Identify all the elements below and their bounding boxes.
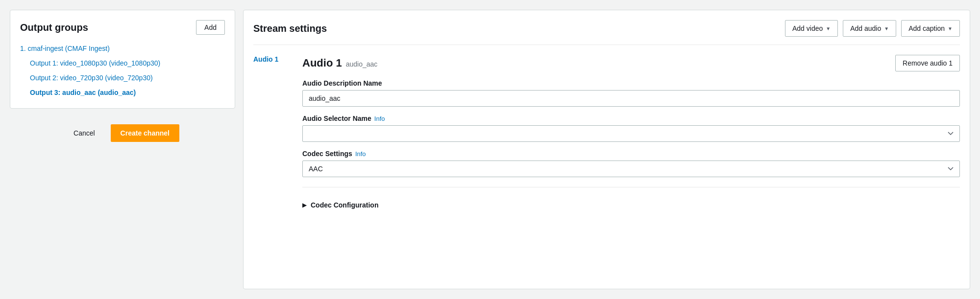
add-video-button[interactable]: Add video ▼ — [785, 20, 838, 37]
add-audio-label: Add audio — [850, 24, 881, 32]
remove-audio-button[interactable]: Remove audio 1 — [895, 55, 960, 71]
nav-item-output-3[interactable]: Output 3: audio_aac (audio_aac) — [20, 87, 225, 98]
page-container: Output groups Add 1. cmaf-ingest (CMAF I… — [0, 0, 980, 299]
output-groups-title: Output groups — [20, 22, 88, 33]
audio-content-header: Audio 1 audio_aac Remove audio 1 — [302, 55, 960, 71]
right-panel: Stream settings Add video ▼ Add audio ▼ … — [243, 10, 970, 289]
codec-configuration-toggle[interactable]: ▶ Codec Configuration — [302, 197, 960, 213]
add-caption-dropdown-icon: ▼ — [948, 26, 953, 31]
audio-selector-name-select[interactable] — [302, 125, 960, 142]
codec-config-label: Codec Configuration — [311, 201, 378, 209]
actions-row: Cancel Create channel — [10, 116, 235, 150]
codec-config-divider — [302, 187, 960, 187]
audio-title: Audio 1 audio_aac — [302, 57, 377, 69]
header-buttons: Add video ▼ Add audio ▼ Add caption ▼ — [785, 20, 960, 37]
codec-config-collapse-icon: ▶ — [302, 202, 307, 208]
add-caption-label: Add caption — [908, 24, 945, 32]
audio-sidebar-label[interactable]: Audio 1 — [253, 55, 278, 63]
audio-selector-info-link[interactable]: Info — [374, 115, 385, 122]
codec-settings-label: Codec Settings Info — [302, 150, 960, 158]
stream-settings-title: Stream settings — [253, 23, 327, 34]
audio-description-name-field: Audio Description Name — [302, 79, 960, 107]
output-groups-header: Output groups Add — [20, 20, 225, 35]
add-audio-dropdown-icon: ▼ — [884, 26, 889, 31]
output-groups-card: Output groups Add 1. cmaf-ingest (CMAF I… — [10, 10, 235, 109]
nav-item-output-2[interactable]: Output 2: video_720p30 (video_720p30) — [20, 72, 225, 84]
create-channel-button[interactable]: Create channel — [111, 124, 179, 142]
audio-description-name-label: Audio Description Name — [302, 79, 960, 87]
add-audio-button[interactable]: Add audio ▼ — [843, 20, 896, 37]
audio-title-main: Audio 1 — [302, 57, 342, 69]
left-panel: Output groups Add 1. cmaf-ingest (CMAF I… — [10, 10, 235, 289]
cancel-button[interactable]: Cancel — [66, 125, 103, 141]
add-caption-button[interactable]: Add caption ▼ — [901, 20, 960, 37]
audio-section: Audio 1 Audio 1 audio_aac Remove audio 1… — [253, 55, 960, 213]
codec-settings-info-link[interactable]: Info — [355, 150, 366, 158]
add-output-group-button[interactable]: Add — [196, 20, 225, 35]
nav-item-output-1[interactable]: Output 1: video_1080p30 (video_1080p30) — [20, 57, 225, 69]
audio-sidebar: Audio 1 — [253, 55, 293, 213]
output-groups-nav-list: 1. cmaf-ingest (CMAF Ingest) Output 1: v… — [20, 43, 225, 98]
nav-item-cmaf-ingest[interactable]: 1. cmaf-ingest (CMAF Ingest) — [20, 43, 225, 54]
audio-content: Audio 1 audio_aac Remove audio 1 Audio D… — [302, 55, 960, 213]
audio-description-name-input[interactable] — [302, 90, 960, 107]
audio-title-sub: audio_aac — [346, 60, 378, 68]
add-video-label: Add video — [792, 24, 823, 32]
audio-selector-name-field: Audio Selector Name Info — [302, 115, 960, 142]
codec-settings-select[interactable]: AAC — [302, 161, 960, 177]
codec-settings-field: Codec Settings Info AAC — [302, 150, 960, 177]
audio-selector-name-label: Audio Selector Name Info — [302, 115, 960, 122]
add-video-dropdown-icon: ▼ — [826, 26, 831, 31]
stream-settings-header: Stream settings Add video ▼ Add audio ▼ … — [253, 20, 960, 45]
